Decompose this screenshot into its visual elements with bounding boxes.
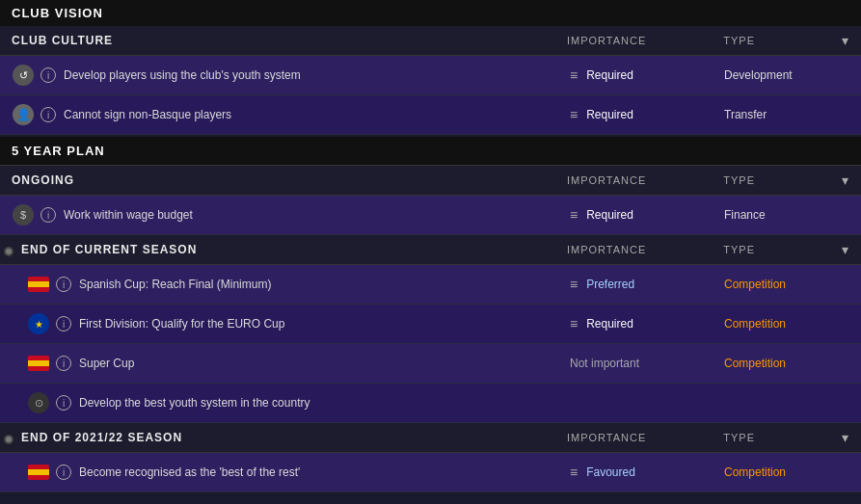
ongoing-chevron[interactable]: ▾ xyxy=(842,172,849,188)
club-culture-row-1: ↺ i Develop players using the club's you… xyxy=(0,56,861,95)
first-division-icon: ★ xyxy=(27,312,50,335)
app-title: CLUB VISION xyxy=(0,0,861,26)
super-cup-type: Competition xyxy=(724,357,849,370)
best-of-rest-text: Become recognised as the 'best of the re… xyxy=(79,465,570,479)
best-of-rest-row: i Become recognised as the 'best of the … xyxy=(0,453,861,492)
best-of-rest-importance: ≡ Favoured xyxy=(570,464,724,480)
timeline-dot-2021 xyxy=(4,435,13,444)
best-of-rest-info[interactable]: i xyxy=(56,464,71,480)
wage-budget-icon: $ xyxy=(12,203,35,226)
type-col-label: TYPE xyxy=(723,35,755,46)
five-year-plan-label: 5 YEAR PLAN xyxy=(12,144,105,158)
super-cup-info[interactable]: i xyxy=(56,356,71,371)
youth-system-icon: ⊙ xyxy=(27,391,50,414)
lines-icon-6: ≡ xyxy=(570,464,578,480)
ongoing-header: ONGOING IMPORTANCE TYPE ▾ xyxy=(0,166,861,196)
first-division-text: First Division: Qualify for the EURO Cup xyxy=(79,317,570,331)
super-cup-importance-value: Not important xyxy=(570,357,639,370)
club-culture-row-2: 👤 i Cannot sign non-Basque players ≡ Req… xyxy=(0,95,861,135)
club-culture-label: CLUB CULTURE xyxy=(12,34,113,47)
super-cup-importance: Not important xyxy=(570,357,724,370)
develop-players-info[interactable]: i xyxy=(40,67,56,83)
end-2021-22-label: END OF 2021/22 SEASON xyxy=(21,431,182,444)
basque-players-type: Transfer xyxy=(724,108,849,121)
five-year-plan-header: 5 YEAR PLAN xyxy=(0,137,861,166)
club-culture-header: CLUB CULTURE IMPORTANCE TYPE ▾ xyxy=(0,26,861,56)
end-2021-type-col: TYPE xyxy=(723,432,755,443)
develop-players-importance: ≡ Required xyxy=(570,67,724,83)
end-2021-22-header: END OF 2021/22 SEASON IMPORTANCE TYPE ▾ xyxy=(0,423,861,453)
develop-players-icon: ↺ xyxy=(12,64,35,87)
develop-players-importance-value: Required xyxy=(586,68,633,82)
ongoing-row-1: $ i Work within wage budget ≡ Required F… xyxy=(0,196,861,235)
spanish-cup-row: i Spanish Cup: Reach Final (Minimum) ≡ P… xyxy=(0,265,861,305)
ongoing-importance-col: IMPORTANCE xyxy=(567,174,646,186)
wage-budget-type: Finance xyxy=(724,208,849,222)
ongoing-label: ONGOING xyxy=(12,173,74,187)
end-2021-22-cols: IMPORTANCE TYPE ▾ xyxy=(567,430,849,445)
best-of-rest-importance-value: Favoured xyxy=(586,465,635,479)
club-culture-chevron[interactable]: ▾ xyxy=(842,33,849,48)
basque-players-text: Cannot sign non-Basque players xyxy=(64,108,570,121)
wage-budget-info[interactable]: i xyxy=(40,207,56,223)
end-current-type-col: TYPE xyxy=(723,244,755,255)
spanish-cup-text: Spanish Cup: Reach Final (Minimum) xyxy=(79,278,570,291)
develop-players-text: Develop players using the club's youth s… xyxy=(64,68,570,82)
wage-budget-importance: ≡ Required xyxy=(570,207,724,223)
best-of-rest-icon xyxy=(27,461,50,484)
lines-icon-1: ≡ xyxy=(570,67,578,83)
end-current-season-wrapper: END OF CURRENT SEASON IMPORTANCE TYPE ▾ xyxy=(0,235,861,265)
timeline-dot-current xyxy=(4,247,13,256)
develop-players-type: Development xyxy=(724,68,849,82)
best-of-rest-type: Competition xyxy=(724,465,849,479)
first-division-importance-value: Required xyxy=(586,317,633,331)
lines-icon-5: ≡ xyxy=(570,316,578,332)
end-current-season-header: END OF CURRENT SEASON IMPORTANCE TYPE ▾ xyxy=(0,235,861,265)
youth-system-text: Develop the best youth system in the cou… xyxy=(79,396,570,410)
end-current-chevron[interactable]: ▾ xyxy=(842,242,849,257)
basque-players-info[interactable]: i xyxy=(40,107,56,122)
ongoing-type-col: TYPE xyxy=(723,174,755,186)
basque-players-icon: 👤 xyxy=(12,103,35,126)
basque-players-importance-value: Required xyxy=(586,108,633,121)
wage-budget-importance-value: Required xyxy=(586,208,633,222)
super-cup-icon xyxy=(27,352,50,375)
lines-icon-4: ≡ xyxy=(570,277,578,292)
end-current-season-cols: IMPORTANCE TYPE ▾ xyxy=(567,242,849,257)
first-division-importance: ≡ Required xyxy=(570,316,724,332)
super-cup-text: Super Cup xyxy=(79,357,570,370)
spanish-cup-type: Competition xyxy=(724,278,849,291)
spanish-cup-importance-value: Preferred xyxy=(586,278,634,291)
super-cup-row: i Super Cup Not important Competition xyxy=(0,344,861,384)
club-culture-cols: IMPORTANCE TYPE ▾ xyxy=(567,33,849,48)
first-division-row: ★ i First Division: Qualify for the EURO… xyxy=(0,305,861,344)
end-2021-importance-col: IMPORTANCE xyxy=(567,432,646,443)
end-current-importance-col: IMPORTANCE xyxy=(567,244,646,255)
end-2021-22-wrapper: END OF 2021/22 SEASON IMPORTANCE TYPE ▾ xyxy=(0,423,861,453)
spanish-cup-info[interactable]: i xyxy=(56,277,71,292)
importance-col-label: IMPORTANCE xyxy=(567,35,646,46)
end-2021-chevron[interactable]: ▾ xyxy=(842,430,849,445)
lines-icon-2: ≡ xyxy=(570,107,578,122)
first-division-type: Competition xyxy=(724,317,849,331)
wage-budget-text: Work within wage budget xyxy=(64,208,570,222)
end-current-season-label: END OF CURRENT SEASON xyxy=(21,243,197,256)
ongoing-cols: IMPORTANCE TYPE ▾ xyxy=(567,172,849,188)
first-division-info[interactable]: i xyxy=(56,316,71,332)
spanish-cup-importance: ≡ Preferred xyxy=(570,277,724,292)
youth-system-row: ⊙ i Develop the best youth system in the… xyxy=(0,384,861,423)
youth-system-info[interactable]: i xyxy=(56,395,71,411)
lines-icon-3: ≡ xyxy=(570,207,578,223)
basque-players-importance: ≡ Required xyxy=(570,107,724,122)
spanish-cup-icon xyxy=(27,273,50,296)
app-title-text: CLUB VISION xyxy=(12,6,103,20)
